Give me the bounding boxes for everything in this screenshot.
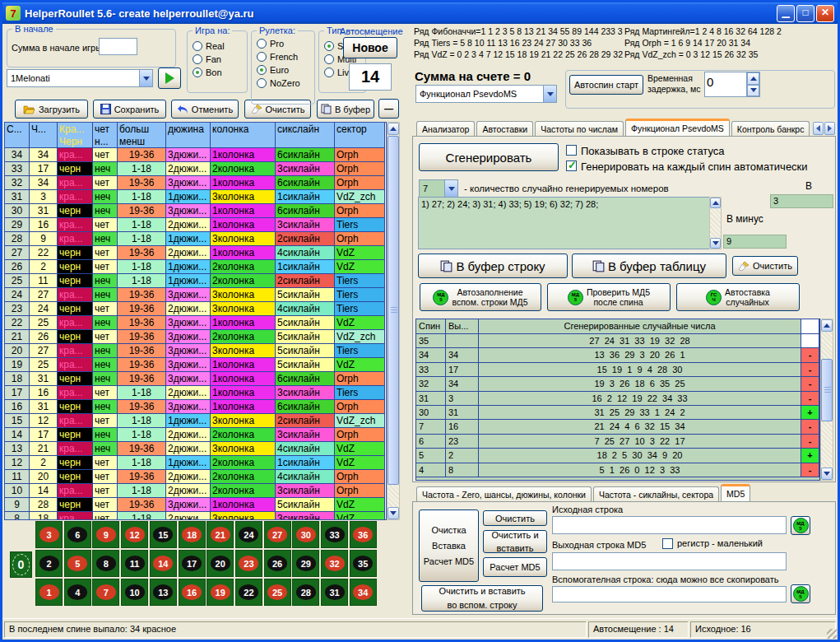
- tabs-scroll-left[interactable]: [813, 122, 824, 135]
- table-row[interactable]: 3031черннеч19-363дюжи...1колонка6сиклайн…: [5, 204, 386, 218]
- board-cell-12[interactable]: 12: [121, 521, 148, 548]
- table-row[interactable]: 3434кра...чет19-363дюжи...1колонка6сикла…: [5, 148, 386, 162]
- tab-5[interactable]: Контроль банкрс: [731, 121, 810, 137]
- new-button[interactable]: Новое: [343, 37, 397, 58]
- table-row[interactable]: 3234кра...чет19-363дюжи...1колонка6сикла…: [5, 176, 386, 190]
- spinner-up-button[interactable]: [747, 72, 759, 85]
- radio-game-fan[interactable]: Fan: [193, 54, 247, 64]
- function-combobox[interactable]: Функционал PsevdoMS: [415, 85, 557, 103]
- table-row[interactable]: 2225кра...неч19-363дюжи...1колонка5сикла…: [5, 316, 386, 330]
- autobet-random-button[interactable]: ГСЧ Автоставкаслучайных: [676, 283, 800, 311]
- autospin-start-button[interactable]: Автоспин старт: [569, 75, 643, 95]
- minus-input[interactable]: 9: [723, 235, 787, 249]
- board-cell-13[interactable]: 13: [150, 579, 177, 606]
- table-row[interactable]: 2324чернчет19-362дюжи...3колонка4сиклайн…: [5, 302, 386, 316]
- board-cell-4[interactable]: 4: [64, 579, 91, 606]
- radio-roulette-euro[interactable]: Euro: [257, 65, 314, 75]
- board-cell-25[interactable]: 25: [264, 579, 291, 606]
- scroll-up-button[interactable]: [821, 319, 833, 332]
- table-row[interactable]: 2511черннеч1-181дюжи...2колонка2сиклайнT…: [5, 274, 386, 288]
- board-cell-0[interactable]: 0: [10, 551, 32, 578]
- table-row[interactable]: 262чернчет1-181дюжи...2колонка1сиклайнVd…: [5, 260, 386, 274]
- table-row[interactable]: 2427кра...неч19-363дюжи...3колонка5сикла…: [5, 288, 386, 302]
- buffer-table-button[interactable]: В буфер таблицу: [572, 254, 726, 278]
- board-cell-35[interactable]: 35: [350, 550, 377, 577]
- profile-combobox[interactable]: 1Melonati: [7, 69, 153, 87]
- board-cell-36[interactable]: 36: [350, 521, 377, 548]
- delay-spinner[interactable]: 0: [704, 72, 760, 97]
- table-row[interactable]: 71621 24 4 6 32 15 34-: [416, 420, 819, 434]
- maximize-button[interactable]: □: [796, 5, 814, 22]
- minus-button[interactable]: —: [378, 99, 399, 119]
- table-row[interactable]: 2027кра...неч19-363дюжи...3колонка5сикла…: [5, 344, 386, 358]
- md5-clear-paste-aux-button[interactable]: Очистить и вставитьво вспом. строку: [421, 585, 543, 612]
- load-button[interactable]: Загрузить: [15, 100, 88, 119]
- show-status-checkbox[interactable]: Показывать в строке статуса: [566, 145, 725, 157]
- board-cell-11[interactable]: 11: [121, 550, 148, 577]
- table-row[interactable]: 331715 19 1 9 4 28 30-: [416, 363, 819, 377]
- board-cell-22[interactable]: 22: [235, 579, 262, 606]
- board-cell-17[interactable]: 17: [179, 550, 206, 577]
- table-row[interactable]: 928чернчет19-363дюжи...1колонка5сиклайнV…: [5, 498, 386, 512]
- aux-string-input[interactable]: [552, 586, 787, 602]
- generate-button[interactable]: Сгенерировать: [419, 143, 559, 171]
- board-cell-2[interactable]: 2: [35, 550, 63, 577]
- scroll-down-button[interactable]: [821, 468, 833, 480]
- table-row[interactable]: 1631черннеч19-363дюжи...1колонка6сиклайн…: [5, 400, 386, 414]
- table-row[interactable]: 6237 25 27 10 3 22 17-: [416, 435, 819, 449]
- table-row[interactable]: 1512кра...чет1-181дюжи...3колонка2сиклай…: [5, 414, 386, 428]
- start-sum-input[interactable]: [99, 38, 137, 55]
- board-cell-5[interactable]: 5: [64, 550, 91, 577]
- plus-input[interactable]: 3: [770, 194, 833, 208]
- tab-3[interactable]: Частоты по числам: [535, 121, 624, 137]
- generated-line[interactable]: 1) 27; 2) 24; 3) 31; 4) 33; 5) 19; 6) 32…: [418, 197, 710, 249]
- md5-clear-paste-button[interactable]: Очистить ивставить: [483, 530, 547, 553]
- scroll-down-button[interactable]: [388, 507, 399, 519]
- table-row[interactable]: 1831черннеч19-363дюжи...1колонка6сиклайн…: [5, 372, 386, 386]
- board-cell-33[interactable]: 33: [321, 521, 348, 548]
- source-string-input[interactable]: [552, 516, 787, 534]
- table-row[interactable]: 2126чернчет19-363дюжи...2колонка5сиклайн…: [5, 330, 386, 344]
- board-cell-27[interactable]: 27: [264, 521, 291, 548]
- radio-roulette-french[interactable]: French: [257, 52, 314, 62]
- board-cell-23[interactable]: 23: [235, 550, 262, 577]
- combo-dropdown-button[interactable]: [444, 180, 457, 197]
- board-cell-31[interactable]: 31: [321, 579, 348, 606]
- radio-game-bon[interactable]: Bon: [193, 67, 247, 77]
- board-cell-19[interactable]: 19: [207, 579, 234, 606]
- board-cell-26[interactable]: 26: [264, 550, 291, 577]
- count-combobox[interactable]: 7: [419, 179, 458, 198]
- board-cell-16[interactable]: 16: [179, 579, 206, 606]
- board-cell-28[interactable]: 28: [292, 579, 319, 606]
- tab-4[interactable]: Функционал PsevdoMS: [625, 119, 730, 137]
- table-row[interactable]: 3527 24 31 33 19 32 28: [416, 334, 819, 348]
- board-cell-32[interactable]: 32: [321, 550, 348, 577]
- board-cell-24[interactable]: 24: [235, 521, 262, 548]
- table-row[interactable]: 303131 25 29 33 1 24 2+: [416, 406, 819, 420]
- play-button[interactable]: [158, 67, 181, 89]
- md5-aux-icon-button[interactable]: МД5: [791, 584, 810, 603]
- board-cell-21[interactable]: 21: [207, 521, 234, 548]
- autoshift-value[interactable]: 14: [349, 63, 392, 91]
- board-cell-3[interactable]: 3: [35, 521, 63, 548]
- table-row[interactable]: 485 1 26 0 12 3 33-: [416, 463, 819, 477]
- board-cell-30[interactable]: 30: [292, 521, 319, 548]
- tab-2[interactable]: Автоставки: [476, 121, 533, 137]
- close-button[interactable]: ✕: [816, 5, 834, 22]
- autogen-checkbox[interactable]: Генерировать на каждый спин автоматическ…: [566, 160, 808, 173]
- minimize-button[interactable]: ▁: [777, 5, 795, 22]
- board-cell-20[interactable]: 20: [207, 550, 234, 577]
- buffer-string-button[interactable]: В буфер строку: [418, 254, 568, 278]
- autofill-md5-button[interactable]: МД5 Автозаполнениевспом. строки МД5: [420, 283, 541, 311]
- board-cell-9[interactable]: 9: [92, 521, 119, 548]
- table-row[interactable]: 3317черннеч1-182дюжи...2колонка3сиклайнO…: [5, 162, 386, 176]
- tab-3[interactable]: MD5: [721, 484, 750, 502]
- table-row[interactable]: 818кра...чет1-182дюжи...3колонка3сиклайн…: [5, 512, 386, 520]
- md5-clear-button[interactable]: Очистить: [483, 510, 547, 526]
- output-string-input[interactable]: [552, 552, 787, 570]
- table-row[interactable]: 1716кра...чет1-182дюжи...1колонка3сиклай…: [5, 386, 386, 400]
- save-button[interactable]: Сохранить: [93, 100, 166, 119]
- scroll-thumb[interactable]: [821, 359, 833, 421]
- board-cell-18[interactable]: 18: [179, 521, 206, 548]
- tabs-scroll-right[interactable]: [824, 122, 835, 135]
